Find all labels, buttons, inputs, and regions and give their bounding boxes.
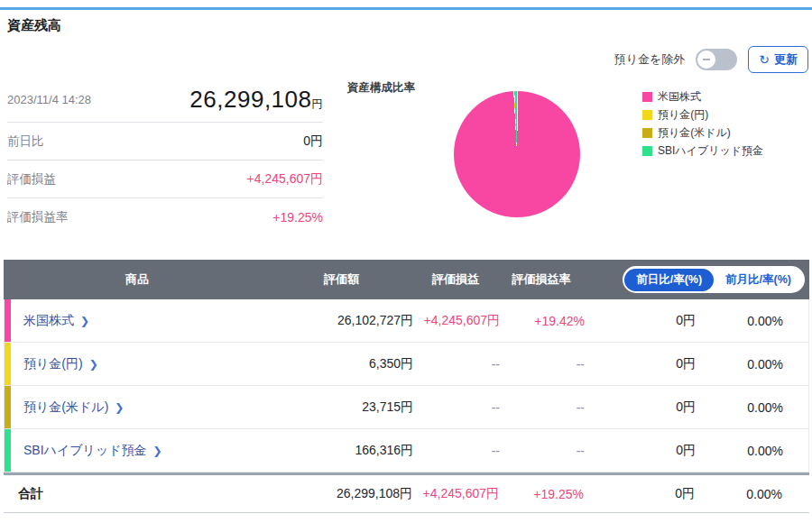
chevron-right-icon: ❯ [89,358,98,371]
cell-day-rate: 0.00% [747,314,783,328]
asset-composition-pie-chart [454,91,580,217]
cell-day-change: 0円 [676,356,696,372]
accent-divider [0,7,812,10]
period-toggle: 前日比/率(%) 前月比/率(%) [623,266,805,293]
legend-swatch-usd-deposit [642,128,652,138]
summary-row-unrealized-pl-rate: 評価損益率 +19.25% [7,198,323,236]
currency-unit: 円 [312,97,324,110]
asset-balance-page: 資産残高 預り金を除外 ↻ 更新 2023/11/4 14:28 26,299,… [0,0,812,523]
cell-value: 166,316円 [355,443,413,459]
cell-pl-rate: +19.42% [534,314,585,328]
header-product: 商品 [4,271,271,288]
table-row: 預り金(円)❯ 6,350円 -- -- 0円 0.00% [4,343,809,386]
cell-pl: -- [492,444,500,458]
table-header: 商品 評価額 評価損益 評価損益率 前日比/率(%) 前月比/率(%) [4,260,809,299]
period-toggle-day[interactable]: 前日比/率(%) [624,269,714,291]
row-color-bar [5,299,11,342]
unrealized-pl-rate-label: 評価損益率 [7,209,69,225]
pie-legend: 米国株式 預り金(円) 預り金(米ドル) SBIハイブリッド預金 [642,89,763,159]
product-link-usd-deposit[interactable]: 預り金(米ドル)❯ [23,399,272,416]
legend-item: SBIハイブリッド預金 [642,143,763,159]
total-day-change: 0円 [675,486,695,502]
cell-day-change: 0円 [676,443,696,459]
refresh-button-label: 更新 [774,51,798,68]
total-pl-rate: +19.25% [533,487,584,501]
row-color-bar [5,343,11,385]
total-value: 26,299,108円 [337,486,412,502]
legend-label: 預り金(円) [658,107,708,123]
legend-swatch-jpy-deposit [642,110,652,120]
summary-panel: 2023/11/4 14:28 26,299,108円 前日比 0円 評価損益 … [7,78,323,236]
unrealized-pl-label: 評価損益 [7,171,56,188]
header-value: 評価額 [271,271,412,288]
table-total-row: 合計 26,299,108円 +4,245,607円 +19.25% 0円 0.… [4,473,809,513]
refresh-icon: ↻ [759,53,770,66]
cell-day-rate: 0.00% [747,357,783,372]
row-color-bar [5,429,11,472]
table-row: SBIハイブリッド預金❯ 166,316円 -- -- 0円 0.00% [4,429,809,473]
cell-pl: -- [492,400,500,415]
exclude-deposits-toggle[interactable] [696,49,737,70]
header-pl: 評価損益 [412,271,499,288]
summary-row-unrealized-pl: 評価損益 +4,245,607円 [7,161,323,198]
cell-day-rate: 0.00% [747,400,783,415]
toggle-knob[interactable] [697,50,715,69]
cell-pl-rate: -- [577,357,585,372]
page-title: 資産残高 [7,17,61,34]
cell-pl-rate: -- [577,444,585,458]
cell-value: 26,102,727円 [337,313,413,329]
cell-value: 23,715円 [362,399,413,416]
period-toggle-month[interactable]: 前月比/率(%) [714,269,803,291]
legend-item: 預り金(円) [642,107,763,123]
row-color-bar [5,386,11,428]
product-link-hybrid-deposit[interactable]: SBIハイブリッド預金❯ [23,443,272,459]
as-of-timestamp: 2023/11/4 14:28 [7,93,91,106]
legend-label: SBIハイブリッド預金 [658,143,763,159]
product-link-us-stocks[interactable]: 米国株式❯ [23,313,272,329]
legend-swatch-us-stocks [642,92,652,102]
legend-item: 米国株式 [642,89,763,105]
cell-value: 6,350円 [369,356,413,372]
summary-total-row: 2023/11/4 14:28 26,299,108円 [7,78,323,123]
refresh-button[interactable]: ↻ 更新 [748,46,808,73]
cell-day-change: 0円 [676,399,696,416]
total-asset-value: 26,299,108円 [189,86,323,114]
table-row: 米国株式❯ 26,102,727円 +4,245,607円 +19.42% 0円… [4,299,809,343]
cell-pl: +4,245,607円 [424,313,500,329]
total-label: 合計 [18,486,271,502]
unrealized-pl-value: +4,245,607円 [247,171,323,188]
summary-row-day-change: 前日比 0円 [7,123,323,161]
total-pl: +4,245,607円 [423,486,499,502]
chevron-right-icon: ❯ [153,445,162,457]
cell-day-change: 0円 [676,313,696,329]
cell-day-rate: 0.00% [747,444,783,458]
legend-label: 預り金(米ドル) [658,125,731,141]
cell-pl: -- [492,357,500,372]
pie-chart-title: 資産構成比率 [347,80,415,96]
asset-table: 商品 評価額 評価損益 評価損益率 前日比/率(%) 前月比/率(%) 米国株式… [4,260,809,513]
unrealized-pl-rate-value: +19.25% [272,210,323,225]
product-link-jpy-deposit[interactable]: 預り金(円)❯ [23,356,272,372]
header-pl-rate: 評価損益率 [499,271,584,288]
day-change-value: 0円 [303,133,323,150]
controls-bar: 預り金を除外 ↻ 更新 [614,46,808,73]
cell-pl-rate: -- [577,400,585,415]
legend-label: 米国株式 [658,89,701,105]
legend-swatch-hybrid-deposit [642,146,652,156]
day-change-label: 前日比 [7,133,44,150]
legend-item: 預り金(米ドル) [642,125,763,141]
chevron-right-icon: ❯ [115,401,124,414]
total-day-rate: 0.00% [746,487,782,501]
chevron-right-icon: ❯ [80,315,89,327]
exclude-deposits-label: 預り金を除外 [614,51,686,68]
table-row: 預り金(米ドル)❯ 23,715円 -- -- 0円 0.00% [4,386,809,429]
